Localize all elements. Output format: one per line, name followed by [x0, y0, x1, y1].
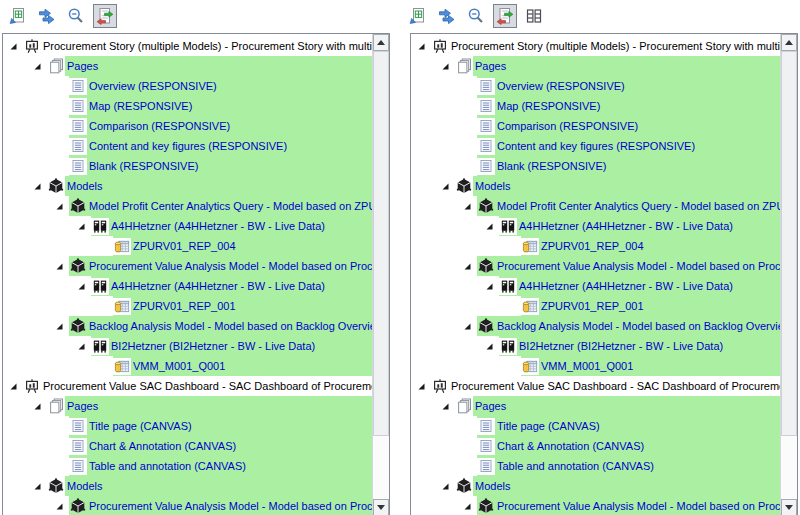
transfer-button[interactable] [35, 4, 59, 28]
tree-node-pages[interactable]: Pages [411, 396, 780, 416]
tree-node-model[interactable]: Procurement Value Analysis Model - Model… [411, 256, 780, 276]
show-differences-button[interactable] [493, 4, 517, 28]
tree-node-system[interactable]: A4HHetzner (A4HHetzner - BW - Live Data) [411, 276, 780, 296]
tree-node-page[interactable]: Table and annotation (CANVAS) [411, 456, 780, 476]
vertical-scrollbar[interactable] [780, 34, 797, 515]
tree-node-model[interactable]: Backlog Analysis Model - Model based on … [411, 316, 780, 336]
expander-icon[interactable] [463, 196, 477, 216]
scroll-down-button[interactable] [373, 499, 389, 515]
scrollbar-track[interactable] [373, 51, 389, 499]
tree-node-page[interactable]: Overview (RESPONSIVE) [411, 76, 780, 96]
expander-icon[interactable] [77, 216, 91, 236]
expander-icon[interactable] [463, 316, 477, 336]
tree-node-page[interactable]: Map (RESPONSIVE) [411, 96, 780, 116]
tree-node-story[interactable]: Procurement Story (multiple Models) - Pr… [411, 36, 780, 56]
expander-icon[interactable] [441, 176, 455, 196]
expander-icon[interactable] [417, 36, 431, 56]
tree-node-page[interactable]: Chart & Annotation (CANVAS) [411, 436, 780, 456]
tree-node-page[interactable]: Comparison (RESPONSIVE) [411, 116, 780, 136]
expander-icon[interactable] [55, 256, 69, 276]
expander-icon[interactable] [485, 216, 499, 236]
tree-node-page[interactable]: Blank (RESPONSIVE) [3, 156, 372, 176]
tree-node-label: Title page (CANVAS) [87, 420, 194, 432]
tree-node-model[interactable]: Procurement Value Analysis Model - Model… [3, 496, 372, 515]
tree-node-system[interactable]: A4HHetzner (A4HHetzner - BW - Live Data) [3, 216, 372, 236]
expander-icon[interactable] [417, 376, 431, 396]
tree-node-pages[interactable]: Pages [411, 56, 780, 76]
indent-spacer [3, 356, 99, 376]
tree-node-model[interactable]: Models [3, 476, 372, 496]
expander-icon[interactable] [463, 496, 477, 515]
tree-node-model[interactable]: Models [411, 176, 780, 196]
expander-icon[interactable] [9, 36, 23, 56]
model-icon [69, 198, 87, 215]
tree-node-page[interactable]: Overview (RESPONSIVE) [3, 76, 372, 96]
tree-node-query[interactable]: ZPURV01_REP_004 [3, 236, 372, 256]
expander-icon[interactable] [33, 476, 47, 496]
tree-node-story[interactable]: Procurement Value SAC Dashboard - SAC Da… [411, 376, 780, 396]
expander-icon[interactable] [485, 336, 499, 356]
tree-node-model[interactable]: Procurement Value Analysis Model - Model… [3, 256, 372, 276]
tree-node-story[interactable]: Procurement Value SAC Dashboard - SAC Da… [3, 376, 372, 396]
tree-node-page[interactable]: Table and annotation (CANVAS) [3, 456, 372, 476]
expander-icon[interactable] [485, 276, 499, 296]
tree-node-page[interactable]: Title page (CANVAS) [3, 416, 372, 436]
scrollbar-thumb[interactable] [781, 51, 797, 436]
expander-icon[interactable] [55, 496, 69, 515]
tree-node-system[interactable]: A4HHetzner (A4HHetzner - BW - Live Data) [3, 276, 372, 296]
zoom-out-button[interactable] [464, 4, 488, 28]
expander-icon[interactable] [441, 396, 455, 416]
tree-node-page[interactable]: Content and key figures (RESPONSIVE) [411, 136, 780, 156]
tree-node-page[interactable]: Comparison (RESPONSIVE) [3, 116, 372, 136]
tree-node-page[interactable]: Content and key figures (RESPONSIVE) [3, 136, 372, 156]
tree-node-page[interactable]: Title page (CANVAS) [411, 416, 780, 436]
expander-icon[interactable] [55, 316, 69, 336]
tree-node-query[interactable]: ZPURV01_REP_001 [3, 296, 372, 316]
tree-node-query[interactable]: ZPURV01_REP_001 [411, 296, 780, 316]
scroll-up-button[interactable] [373, 34, 389, 51]
side-by-side-view-button[interactable] [522, 4, 546, 28]
scroll-down-button[interactable] [781, 499, 797, 515]
vertical-scrollbar[interactable] [372, 34, 389, 515]
tree-node-page[interactable]: Blank (RESPONSIVE) [411, 156, 780, 176]
tree-node-model[interactable]: Models [3, 176, 372, 196]
changed-highlight: Backlog Analysis Model - Model based on … [69, 316, 372, 336]
export-excel-button[interactable] [406, 4, 430, 28]
show-differences-button[interactable] [93, 4, 117, 28]
tree-node-story[interactable]: Procurement Story (multiple Models) - Pr… [3, 36, 372, 56]
expander-icon[interactable] [9, 376, 23, 396]
export-excel-button[interactable] [6, 4, 30, 28]
zoom-out-button[interactable] [64, 4, 88, 28]
expander-icon[interactable] [77, 336, 91, 356]
tree-node-model[interactable]: Model Profit Center Analytics Query - Mo… [411, 196, 780, 216]
tree-node-page[interactable]: Chart & Annotation (CANVAS) [3, 436, 372, 456]
tree-node-query[interactable]: ZPURV01_REP_004 [411, 236, 780, 256]
tree-node-model[interactable]: Procurement Value Analysis Model - Model… [411, 496, 780, 515]
expander-icon[interactable] [55, 196, 69, 216]
expander-icon[interactable] [33, 396, 47, 416]
tree-node-model[interactable]: Backlog Analysis Model - Model based on … [3, 316, 372, 336]
tree-node-system[interactable]: BI2Hetzner (BI2Hetzner - BW - Live Data) [411, 336, 780, 356]
scrollbar-track[interactable] [781, 51, 797, 499]
expander-icon[interactable] [441, 56, 455, 76]
expander-icon[interactable] [463, 256, 477, 276]
scrollbar-thumb[interactable] [373, 51, 389, 436]
tree-node-query[interactable]: VMM_M001_Q001 [411, 356, 780, 376]
expander-icon[interactable] [33, 176, 47, 196]
tree-node-pages[interactable]: Pages [3, 56, 372, 76]
expander-icon[interactable] [33, 56, 47, 76]
tree-node-label: Pages [473, 60, 508, 72]
changed-highlight: VMM_M001_Q001 [521, 356, 780, 376]
tree-node-model[interactable]: Models [411, 476, 780, 496]
expander-icon[interactable] [77, 276, 91, 296]
tree-node-system[interactable]: A4HHetzner (A4HHetzner - BW - Live Data) [411, 216, 780, 236]
tree-node-pages[interactable]: Pages [3, 396, 372, 416]
tree-node-query[interactable]: VMM_M001_Q001 [3, 356, 372, 376]
scroll-up-button[interactable] [781, 34, 797, 51]
transfer-button[interactable] [435, 4, 459, 28]
indent-spacer [411, 436, 463, 456]
expander-icon[interactable] [441, 476, 455, 496]
tree-node-model[interactable]: Model Profit Center Analytics Query - Mo… [3, 196, 372, 216]
tree-node-system[interactable]: BI2Hetzner (BI2Hetzner - BW - Live Data) [3, 336, 372, 356]
tree-node-page[interactable]: Map (RESPONSIVE) [3, 96, 372, 116]
